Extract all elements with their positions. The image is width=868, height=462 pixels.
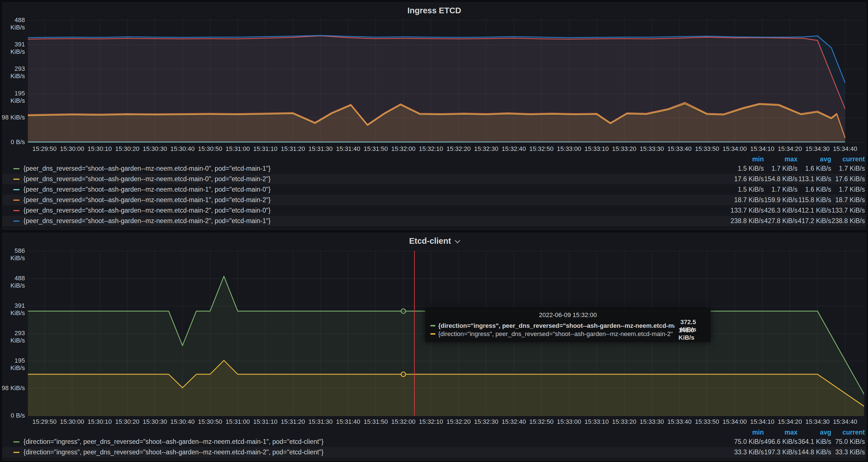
legend-series-label[interactable]: {peer_dns_reversed="shoot--ash-garden--m… <box>24 217 271 225</box>
hover-point-marker <box>401 309 406 313</box>
series-color-dash-icon <box>13 210 20 211</box>
legend-value-current: 1.7 KiB/s <box>831 186 865 193</box>
legend-etcd-client: minmaxavgcurrent {direction="ingress", p… <box>3 428 866 458</box>
legend-value-max: 427.8 KiB/s <box>764 217 798 225</box>
panel-title-text: Etcd-client <box>409 236 451 245</box>
tooltip-series-label: {direction="ingress", peer_dns_reversed=… <box>438 330 673 338</box>
series-color-dash-icon <box>430 333 435 335</box>
y-axis-label: 98 KiB/s <box>0 384 25 392</box>
legend-series-label[interactable]: {direction="ingress", peer_dns_reversed=… <box>24 449 323 456</box>
legend-value-current: 33.3 KiB/s <box>831 449 865 456</box>
legend-header: minmaxavgcurrent <box>3 428 866 436</box>
legend-value-current: 238.8 KiB/s <box>831 217 865 225</box>
legend-value-max: 159.9 KiB/s <box>764 196 798 204</box>
legend-value-avg: 364.1 KiB/s <box>798 438 831 445</box>
legend-value-min: 18.7 KiB/s <box>730 196 764 204</box>
series-color-dash-icon <box>430 325 435 327</box>
panel-title-etcd-client[interactable]: Etcd-client <box>3 236 866 246</box>
tooltip-series-row: {direction="ingress", peer_dns_reversed=… <box>430 330 706 338</box>
legend-row: {direction="ingress", peer_dns_reversed=… <box>3 447 866 458</box>
legend-series-label[interactable]: {peer_dns_reversed="shoot--ash-garden--m… <box>24 207 271 214</box>
legend-row: {peer_dns_reversed="shoot--ash-garden--m… <box>3 184 866 195</box>
tooltip: 2022-06-09 15:32:00 {direction="ingress"… <box>425 308 711 342</box>
legend-header-max[interactable]: max <box>764 429 798 436</box>
y-axis-label: 195 KiB/s <box>0 357 25 372</box>
legend-value-min: 33.3 KiB/s <box>730 449 764 456</box>
legend-series-label[interactable]: {peer_dns_reversed="shoot--ash-garden--m… <box>24 186 271 193</box>
y-axis-label: 293 KiB/s <box>0 330 25 344</box>
legend-header-avg[interactable]: avg <box>798 429 831 436</box>
hover-point-marker <box>401 372 406 376</box>
y-axis-label: 0 B/s <box>0 138 25 146</box>
legend-value-max: 1.7 KiB/s <box>764 186 798 193</box>
panel-title-ingress-etcd[interactable]: Ingress ETCD <box>3 6 866 15</box>
legend-value-avg: 417.2 KiB/s <box>798 217 831 225</box>
legend-header-min[interactable]: min <box>730 155 764 163</box>
y-axis-label: 488 KiB/s <box>0 17 25 31</box>
y-axis-label: 195 KiB/s <box>0 90 25 104</box>
tooltip-series-value: 148.0 KiB/s <box>673 327 706 341</box>
chart-canvas-1[interactable] <box>27 18 864 143</box>
legend-value-current: 18.7 KiB/s <box>831 196 865 204</box>
grafana-dashboard: Ingress ETCD minmaxavgcurrent {peer_dns_… <box>0 0 868 462</box>
legend-value-avg: 113.1 KiB/s <box>798 175 831 183</box>
legend-value-avg: 144.8 KiB/s <box>798 449 831 456</box>
legend-value-min: 1.5 KiB/s <box>730 186 764 193</box>
legend-value-max: 1.7 KiB/s <box>764 165 798 173</box>
legend-header-max[interactable]: max <box>764 155 798 163</box>
series-color-dash-icon <box>13 168 20 169</box>
legend-header: minmaxavgcurrent <box>3 155 866 163</box>
y-axis-label: 293 KiB/s <box>0 65 25 80</box>
legend-value-min: 75.0 KiB/s <box>730 438 764 445</box>
legend-series-label[interactable]: {peer_dns_reversed="shoot--ash-garden--m… <box>24 196 271 204</box>
legend-value-avg: 1.6 KiB/s <box>798 186 831 193</box>
x-axis-label: 15:34:40 <box>826 145 864 153</box>
series-color-dash-icon <box>13 441 20 442</box>
series-area <box>28 35 845 143</box>
legend-value-current: 1.7 KiB/s <box>831 165 865 173</box>
legend-ingress-etcd: minmaxavgcurrent {peer_dns_reversed="sho… <box>3 155 866 226</box>
legend-value-current: 133.7 KiB/s <box>831 207 865 214</box>
tooltip-series-label: {direction="ingress", peer_dns_reversed=… <box>438 322 675 330</box>
y-axis-label: 391 KiB/s <box>0 41 25 56</box>
legend-header-avg[interactable]: avg <box>798 155 831 163</box>
legend-header-current[interactable]: current <box>831 155 865 163</box>
legend-series-label[interactable]: {peer_dns_reversed="shoot--ash-garden--m… <box>24 165 271 173</box>
tooltip-series-row: {direction="ingress", peer_dns_reversed=… <box>430 321 706 330</box>
legend-series-label[interactable]: {peer_dns_reversed="shoot--ash-garden--m… <box>24 175 271 183</box>
x-axis-label: 15:34:40 <box>826 418 864 426</box>
series-color-dash-icon <box>13 452 20 453</box>
legend-row: {peer_dns_reversed="shoot--ash-garden--m… <box>3 174 866 184</box>
legend-value-max: 426.3 KiB/s <box>764 207 798 214</box>
y-axis-label: 0 B/s <box>0 412 25 419</box>
series-color-dash-icon <box>13 199 20 201</box>
chevron-down-icon <box>455 238 460 243</box>
legend-row: {peer_dns_reversed="shoot--ash-garden--m… <box>3 205 866 216</box>
legend-value-max: 197.3 KiB/s <box>764 449 798 456</box>
y-axis-label: 586 KiB/s <box>0 247 25 262</box>
legend-header-current[interactable]: current <box>831 429 865 436</box>
legend-value-min: 17.6 KiB/s <box>730 175 764 183</box>
tooltip-timestamp: 2022-06-09 15:32:00 <box>430 311 706 319</box>
legend-value-min: 1.5 KiB/s <box>730 165 764 173</box>
legend-row: {direction="ingress", peer_dns_reversed=… <box>3 436 866 447</box>
legend-value-avg: 115.8 KiB/s <box>798 196 831 204</box>
y-axis-label: 488 KiB/s <box>0 275 25 289</box>
legend-value-current: 17.6 KiB/s <box>831 175 865 183</box>
legend-value-avg: 1.6 KiB/s <box>798 165 831 173</box>
y-axis-label: 391 KiB/s <box>0 302 25 317</box>
legend-value-max: 496.6 KiB/s <box>764 438 798 445</box>
panel-title-text: Ingress ETCD <box>407 6 461 15</box>
legend-header-min[interactable]: min <box>730 429 764 436</box>
legend-value-min: 133.7 KiB/s <box>730 207 764 214</box>
series-color-dash-icon <box>13 220 20 222</box>
legend-value-avg: 412.1 KiB/s <box>798 207 831 214</box>
legend-row: {peer_dns_reversed="shoot--ash-garden--m… <box>3 216 866 226</box>
legend-series-label[interactable]: {direction="ingress", peer_dns_reversed=… <box>24 438 323 445</box>
legend-value-min: 238.8 KiB/s <box>730 217 764 225</box>
y-axis-label: 98 KiB/s <box>0 114 25 121</box>
legend-row: {peer_dns_reversed="shoot--ash-garden--m… <box>3 195 866 205</box>
legend-value-current: 75.0 KiB/s <box>831 438 865 445</box>
legend-row: {peer_dns_reversed="shoot--ash-garden--m… <box>3 163 866 174</box>
series-color-dash-icon <box>13 179 20 180</box>
